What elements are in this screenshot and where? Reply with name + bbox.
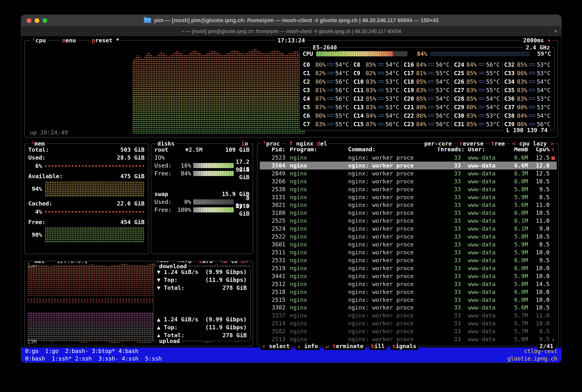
core-temp-graph bbox=[529, 122, 535, 126]
cpu-core-c3: C381%56°C bbox=[301, 86, 351, 94]
core-temp-graph bbox=[327, 106, 334, 109]
terminal-content: ¹cpu menu preset * 17:13:24 2000ms + E5-… bbox=[21, 36, 561, 362]
preset-button[interactable]: preset * bbox=[90, 36, 121, 44]
tmux-window-list-inner[interactable]: 0:bash 1:ssh* 2:ssh 3:ssh- 4:ssh 5:ssh bbox=[25, 355, 162, 362]
process-row-3601[interactable]: 3601nginxnginx: worker proce33www-data5.… bbox=[260, 240, 557, 248]
process-row-3504[interactable]: 3504nginxnginx: worker proce33www-data6.… bbox=[260, 162, 557, 170]
update-interval[interactable]: 2000ms + bbox=[521, 36, 553, 44]
uptime: up 20:24:49 bbox=[30, 129, 68, 136]
process-row-3180[interactable]: 3180nginxnginx: worker proce33www-data6.… bbox=[260, 209, 557, 217]
scroll-down-icon[interactable]: ↓ bbox=[550, 336, 557, 343]
tmux-window-list-outer[interactable]: 0:go 1:go 2:bash- 3:btop* 4:bash bbox=[25, 348, 138, 355]
process-row-2849[interactable]: 2849nginxnginx: worker proce33www-data6.… bbox=[260, 170, 557, 178]
proc-sort-switcher[interactable]: < cpu lazy > bbox=[511, 140, 556, 148]
cpu-core-c35: C3583%54°C bbox=[502, 86, 553, 94]
net-stats-box: download upload ▼ 1.24 GiB/s(9.99 Gibps)… bbox=[153, 266, 251, 341]
core-temp-graph bbox=[529, 72, 535, 75]
process-row-2531[interactable]: 2531nginxnginx: worker proce33www-data6.… bbox=[260, 256, 557, 264]
disk-root-free-row: Free: 84% 92.1 GiB bbox=[151, 170, 253, 178]
proc-footer-terminate[interactable]: ↵ terminate bbox=[324, 342, 365, 350]
mem-cached-value: 22.6 GiB bbox=[117, 200, 144, 208]
process-row-3266[interactable]: 3266nginxnginx: worker proce33www-data6.… bbox=[260, 178, 557, 185]
cpu-core-c33: C3386%53°C bbox=[502, 69, 553, 77]
process-row-3582[interactable]: 3582nginxnginx: worker proce33www-data5.… bbox=[260, 327, 557, 335]
cpu-total-meter bbox=[316, 51, 407, 56]
core-temp-graph bbox=[378, 122, 384, 126]
proc-controls: per-corereversetree bbox=[423, 140, 507, 148]
upload-top-label: ▲ Top: bbox=[157, 323, 178, 331]
process-row-2524[interactable]: 2524nginxnginx: worker proce33www-data6.… bbox=[260, 225, 557, 232]
process-row-3441[interactable]: 3441nginxnginx: worker proce33www-data5.… bbox=[260, 272, 557, 280]
mem-free-value: 454 GiB bbox=[120, 218, 144, 226]
core-temp-graph bbox=[428, 88, 434, 92]
cpu-core-grid: C086%54°CC182%54°CC286%56°CC381%56°CC487… bbox=[301, 60, 553, 128]
process-row-2518[interactable]: 2518nginxnginx: worker proce33www-data6.… bbox=[260, 288, 557, 296]
process-row-3021[interactable]: 3021nginxnginx: worker proce33www-data5.… bbox=[260, 201, 557, 209]
disk-root-io-label: IO% bbox=[154, 154, 174, 162]
proc-filter[interactable]: f nginx del bbox=[287, 140, 329, 148]
proc-control-reverse[interactable]: reverse bbox=[458, 140, 485, 148]
mem-used-row: Used: 28.5 GiB bbox=[25, 154, 148, 162]
core-temp-graph bbox=[478, 72, 485, 75]
left-column: ²mem Total: 503 GiB Used: 28.5 GiB 6% bbox=[24, 144, 253, 346]
process-row-2523[interactable]: 2523nginxnginx: worker proce33www-data6.… bbox=[260, 154, 557, 162]
process-row-2538[interactable]: 2538nginxnginx: worker proce33www-data5.… bbox=[260, 185, 557, 193]
process-row-3337[interactable]: 3337nginxnginx: worker proce33www-data5.… bbox=[260, 312, 557, 320]
process-row-2515[interactable]: 2515nginxnginx: worker proce33www-data6.… bbox=[260, 296, 557, 304]
cpu-core-c13: C1383%53°C bbox=[351, 103, 402, 111]
core-temp-graph bbox=[529, 97, 535, 100]
process-row-3302[interactable]: 3302nginxnginx: worker proce33www-data5.… bbox=[260, 304, 557, 312]
download-speed-bits: (9.99 Gibps) bbox=[205, 268, 247, 276]
process-row-2519[interactable]: 2519nginxnginx: worker proce33www-data6.… bbox=[260, 264, 557, 272]
disk-root-free-percent: 84% bbox=[176, 170, 191, 177]
mem-box-title[interactable]: ²mem bbox=[29, 140, 46, 148]
core-temp-graph bbox=[327, 63, 334, 66]
mem-available-percent: 94% bbox=[28, 185, 42, 193]
net-box-title[interactable]: ³net bbox=[29, 261, 46, 265]
proc-control-tree[interactable]: tree bbox=[490, 140, 507, 148]
core-temp-graph bbox=[428, 106, 434, 109]
process-row-2511[interactable]: 2511nginxnginx: worker proce33www-data5.… bbox=[260, 248, 557, 256]
process-row-2514[interactable]: 2514nginxnginx: worker proce33www-data5.… bbox=[260, 320, 557, 327]
process-row-2522[interactable]: 2522nginxnginx: worker proce33www-data5.… bbox=[260, 232, 557, 240]
net-interface-switcher[interactable]: <b lo n> bbox=[219, 261, 249, 265]
process-row-2525[interactable]: 2525nginxnginx: worker proce33www-data6.… bbox=[260, 217, 557, 225]
cpu-box-title[interactable]: ¹cpu bbox=[30, 36, 48, 44]
io-mode-button[interactable]: io bbox=[239, 140, 250, 148]
disks-box-title[interactable]: disks bbox=[156, 140, 176, 148]
core-temp-graph bbox=[428, 72, 434, 75]
zoom-button[interactable] bbox=[42, 18, 47, 23]
net-zero-button[interactable]: zero bbox=[197, 261, 214, 265]
tab-bar: ~ — [mosh] pim@glootie.ipng.ch: /home/pi… bbox=[21, 26, 561, 36]
cpu-core-c36: C3683%53°C bbox=[502, 94, 553, 103]
proc-box-title[interactable]: ⁴proc bbox=[261, 140, 282, 148]
proc-footer-info[interactable]: ↓ info bbox=[296, 342, 320, 350]
download-top-value: (11.9 Gibps) bbox=[205, 276, 247, 284]
mem-free-label: Free: bbox=[28, 218, 45, 226]
new-tab-button[interactable]: + bbox=[550, 26, 561, 36]
process-row-2512[interactable]: 2512nginxnginx: worker proce33www-data5.… bbox=[260, 280, 557, 288]
scrollbar-thumb[interactable]: ■ bbox=[550, 154, 557, 162]
core-temp-graph bbox=[529, 88, 535, 92]
minimize-button[interactable] bbox=[34, 18, 39, 23]
process-row-3131[interactable]: 3131nginxnginx: worker proce33www-data5.… bbox=[260, 193, 557, 201]
upload-speed: ▲ 1.24 GiB/s bbox=[157, 316, 198, 323]
proc-control-per-core[interactable]: per-core bbox=[423, 140, 454, 148]
proc-footer-kill[interactable]: kill bbox=[369, 342, 386, 350]
proc-footer-select[interactable]: ↑ select bbox=[261, 342, 291, 350]
cpu-frequency: 2.4 GHz bbox=[524, 44, 552, 52]
cpu-core-c32: C3285%53°C bbox=[502, 60, 553, 69]
proc-footer-signals[interactable]: signals bbox=[391, 342, 418, 350]
menu-button[interactable]: menu bbox=[60, 36, 78, 44]
mem-cached-row: Cached: 22.6 GiB bbox=[25, 200, 148, 208]
core-temp-graph bbox=[327, 122, 334, 126]
cpu-core-c25: C2585%55°C bbox=[452, 69, 502, 77]
cpu-core-c27: C2783%55°C bbox=[452, 86, 502, 94]
memory-box: ²mem Total: 503 GiB Used: 28.5 GiB 6% bbox=[24, 144, 148, 254]
tmux-statusbar-inner: 0:bash 1:ssh* 2:ssh 3:ssh- 4:ssh 5:ssh g… bbox=[21, 355, 561, 362]
download-stats: ▼ 1.24 GiB/s(9.99 Gibps) ▼ Top:(11.9 Gib… bbox=[157, 268, 247, 292]
cpu-core-c14: C1484%54°C bbox=[351, 111, 402, 120]
mem-used-percent: 6% bbox=[28, 162, 42, 170]
cpu-core-c18: C1885%54°C bbox=[402, 77, 452, 86]
close-button[interactable] bbox=[27, 18, 31, 23]
